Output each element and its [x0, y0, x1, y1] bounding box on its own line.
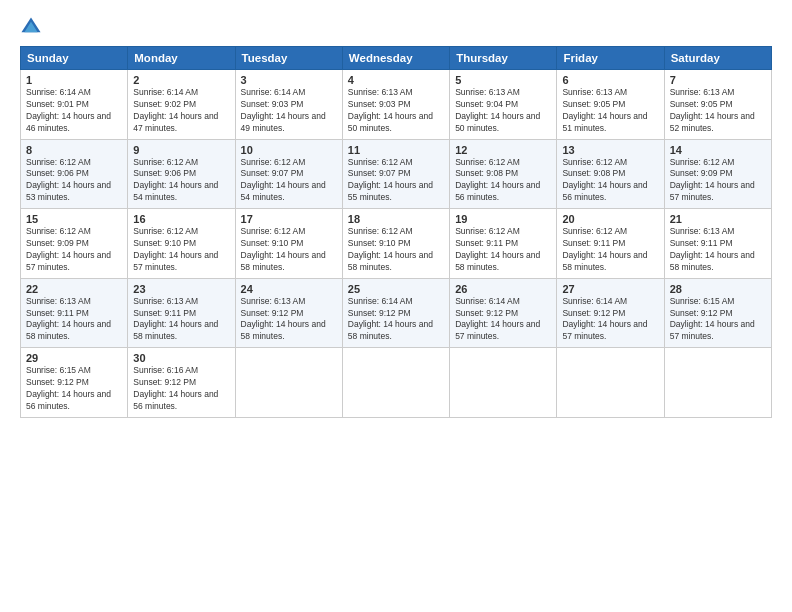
day-info: Sunrise: 6:14 AMSunset: 9:12 PMDaylight:…	[562, 296, 658, 344]
day-info: Sunrise: 6:15 AMSunset: 9:12 PMDaylight:…	[670, 296, 766, 344]
day-number: 22	[26, 283, 122, 295]
col-header-thursday: Thursday	[450, 47, 557, 70]
calendar-cell	[664, 348, 771, 418]
col-header-friday: Friday	[557, 47, 664, 70]
day-number: 8	[26, 144, 122, 156]
calendar-cell: 5 Sunrise: 6:13 AMSunset: 9:04 PMDayligh…	[450, 70, 557, 140]
day-info: Sunrise: 6:14 AMSunset: 9:03 PMDaylight:…	[241, 87, 337, 135]
day-info: Sunrise: 6:12 AMSunset: 9:09 PMDaylight:…	[26, 226, 122, 274]
calendar-cell: 25 Sunrise: 6:14 AMSunset: 9:12 PMDaylig…	[342, 278, 449, 348]
calendar-cell	[450, 348, 557, 418]
day-number: 9	[133, 144, 229, 156]
calendar-cell: 23 Sunrise: 6:13 AMSunset: 9:11 PMDaylig…	[128, 278, 235, 348]
day-number: 24	[241, 283, 337, 295]
logo	[20, 16, 46, 38]
calendar-cell	[557, 348, 664, 418]
day-number: 14	[670, 144, 766, 156]
day-info: Sunrise: 6:12 AMSunset: 9:06 PMDaylight:…	[133, 157, 229, 205]
day-number: 26	[455, 283, 551, 295]
calendar-cell: 27 Sunrise: 6:14 AMSunset: 9:12 PMDaylig…	[557, 278, 664, 348]
calendar-cell: 19 Sunrise: 6:12 AMSunset: 9:11 PMDaylig…	[450, 209, 557, 279]
day-info: Sunrise: 6:12 AMSunset: 9:08 PMDaylight:…	[455, 157, 551, 205]
day-number: 21	[670, 213, 766, 225]
day-info: Sunrise: 6:13 AMSunset: 9:05 PMDaylight:…	[670, 87, 766, 135]
day-number: 20	[562, 213, 658, 225]
day-number: 1	[26, 74, 122, 86]
calendar-cell: 18 Sunrise: 6:12 AMSunset: 9:10 PMDaylig…	[342, 209, 449, 279]
day-number: 6	[562, 74, 658, 86]
calendar-cell: 13 Sunrise: 6:12 AMSunset: 9:08 PMDaylig…	[557, 139, 664, 209]
day-info: Sunrise: 6:12 AMSunset: 9:11 PMDaylight:…	[562, 226, 658, 274]
day-info: Sunrise: 6:14 AMSunset: 9:01 PMDaylight:…	[26, 87, 122, 135]
calendar-week-row: 29 Sunrise: 6:15 AMSunset: 9:12 PMDaylig…	[21, 348, 772, 418]
calendar-cell: 3 Sunrise: 6:14 AMSunset: 9:03 PMDayligh…	[235, 70, 342, 140]
day-number: 27	[562, 283, 658, 295]
logo-icon	[20, 16, 42, 38]
col-header-tuesday: Tuesday	[235, 47, 342, 70]
calendar-cell	[342, 348, 449, 418]
day-number: 5	[455, 74, 551, 86]
calendar-header-row: SundayMondayTuesdayWednesdayThursdayFrid…	[21, 47, 772, 70]
day-info: Sunrise: 6:13 AMSunset: 9:03 PMDaylight:…	[348, 87, 444, 135]
calendar-cell: 14 Sunrise: 6:12 AMSunset: 9:09 PMDaylig…	[664, 139, 771, 209]
calendar-cell: 16 Sunrise: 6:12 AMSunset: 9:10 PMDaylig…	[128, 209, 235, 279]
day-number: 18	[348, 213, 444, 225]
calendar-cell: 1 Sunrise: 6:14 AMSunset: 9:01 PMDayligh…	[21, 70, 128, 140]
calendar-week-row: 1 Sunrise: 6:14 AMSunset: 9:01 PMDayligh…	[21, 70, 772, 140]
calendar-cell: 24 Sunrise: 6:13 AMSunset: 9:12 PMDaylig…	[235, 278, 342, 348]
day-number: 13	[562, 144, 658, 156]
calendar-cell: 9 Sunrise: 6:12 AMSunset: 9:06 PMDayligh…	[128, 139, 235, 209]
day-info: Sunrise: 6:12 AMSunset: 9:07 PMDaylight:…	[241, 157, 337, 205]
day-info: Sunrise: 6:12 AMSunset: 9:11 PMDaylight:…	[455, 226, 551, 274]
calendar-cell: 4 Sunrise: 6:13 AMSunset: 9:03 PMDayligh…	[342, 70, 449, 140]
day-info: Sunrise: 6:13 AMSunset: 9:11 PMDaylight:…	[670, 226, 766, 274]
calendar-cell: 2 Sunrise: 6:14 AMSunset: 9:02 PMDayligh…	[128, 70, 235, 140]
day-info: Sunrise: 6:14 AMSunset: 9:12 PMDaylight:…	[348, 296, 444, 344]
calendar-cell: 15 Sunrise: 6:12 AMSunset: 9:09 PMDaylig…	[21, 209, 128, 279]
day-info: Sunrise: 6:15 AMSunset: 9:12 PMDaylight:…	[26, 365, 122, 413]
day-info: Sunrise: 6:12 AMSunset: 9:10 PMDaylight:…	[241, 226, 337, 274]
calendar-cell: 20 Sunrise: 6:12 AMSunset: 9:11 PMDaylig…	[557, 209, 664, 279]
col-header-wednesday: Wednesday	[342, 47, 449, 70]
day-info: Sunrise: 6:14 AMSunset: 9:02 PMDaylight:…	[133, 87, 229, 135]
calendar-cell: 21 Sunrise: 6:13 AMSunset: 9:11 PMDaylig…	[664, 209, 771, 279]
day-number: 2	[133, 74, 229, 86]
day-number: 7	[670, 74, 766, 86]
calendar-cell: 29 Sunrise: 6:15 AMSunset: 9:12 PMDaylig…	[21, 348, 128, 418]
calendar-week-row: 8 Sunrise: 6:12 AMSunset: 9:06 PMDayligh…	[21, 139, 772, 209]
calendar-cell: 11 Sunrise: 6:12 AMSunset: 9:07 PMDaylig…	[342, 139, 449, 209]
day-number: 15	[26, 213, 122, 225]
day-info: Sunrise: 6:14 AMSunset: 9:12 PMDaylight:…	[455, 296, 551, 344]
day-info: Sunrise: 6:13 AMSunset: 9:05 PMDaylight:…	[562, 87, 658, 135]
day-number: 4	[348, 74, 444, 86]
col-header-monday: Monday	[128, 47, 235, 70]
day-number: 19	[455, 213, 551, 225]
calendar-week-row: 15 Sunrise: 6:12 AMSunset: 9:09 PMDaylig…	[21, 209, 772, 279]
calendar-cell	[235, 348, 342, 418]
day-number: 25	[348, 283, 444, 295]
col-header-saturday: Saturday	[664, 47, 771, 70]
calendar-cell: 22 Sunrise: 6:13 AMSunset: 9:11 PMDaylig…	[21, 278, 128, 348]
calendar-cell: 7 Sunrise: 6:13 AMSunset: 9:05 PMDayligh…	[664, 70, 771, 140]
day-info: Sunrise: 6:13 AMSunset: 9:12 PMDaylight:…	[241, 296, 337, 344]
calendar-week-row: 22 Sunrise: 6:13 AMSunset: 9:11 PMDaylig…	[21, 278, 772, 348]
day-number: 23	[133, 283, 229, 295]
day-info: Sunrise: 6:13 AMSunset: 9:11 PMDaylight:…	[26, 296, 122, 344]
day-info: Sunrise: 6:12 AMSunset: 9:06 PMDaylight:…	[26, 157, 122, 205]
calendar-cell: 17 Sunrise: 6:12 AMSunset: 9:10 PMDaylig…	[235, 209, 342, 279]
col-header-sunday: Sunday	[21, 47, 128, 70]
calendar-cell: 8 Sunrise: 6:12 AMSunset: 9:06 PMDayligh…	[21, 139, 128, 209]
day-number: 17	[241, 213, 337, 225]
day-info: Sunrise: 6:12 AMSunset: 9:10 PMDaylight:…	[133, 226, 229, 274]
day-info: Sunrise: 6:12 AMSunset: 9:07 PMDaylight:…	[348, 157, 444, 205]
calendar-cell: 10 Sunrise: 6:12 AMSunset: 9:07 PMDaylig…	[235, 139, 342, 209]
day-number: 16	[133, 213, 229, 225]
day-number: 12	[455, 144, 551, 156]
day-info: Sunrise: 6:12 AMSunset: 9:08 PMDaylight:…	[562, 157, 658, 205]
day-number: 30	[133, 352, 229, 364]
day-number: 11	[348, 144, 444, 156]
day-number: 29	[26, 352, 122, 364]
calendar-cell: 30 Sunrise: 6:16 AMSunset: 9:12 PMDaylig…	[128, 348, 235, 418]
day-info: Sunrise: 6:12 AMSunset: 9:10 PMDaylight:…	[348, 226, 444, 274]
day-info: Sunrise: 6:13 AMSunset: 9:11 PMDaylight:…	[133, 296, 229, 344]
